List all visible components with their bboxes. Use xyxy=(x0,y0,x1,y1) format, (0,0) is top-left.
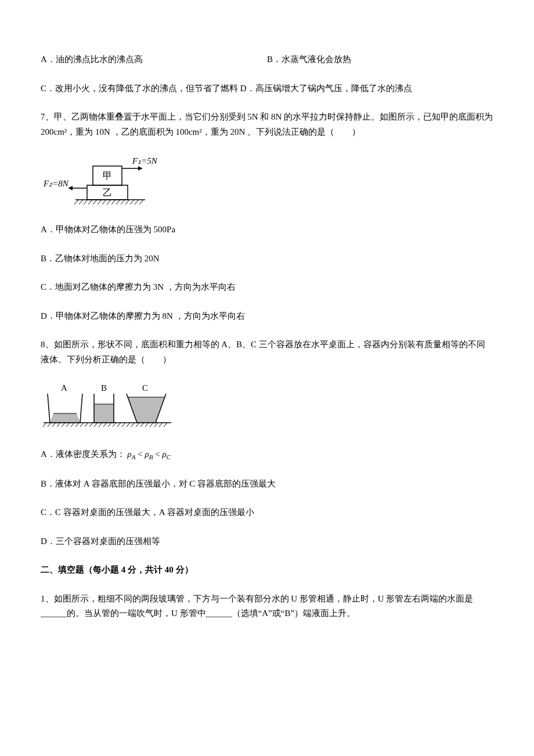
svg-line-4 xyxy=(88,200,92,204)
svg-line-5 xyxy=(93,200,97,204)
svg-marker-21 xyxy=(68,186,73,190)
svg-line-29 xyxy=(71,423,74,427)
q7-f1-label: F₁=5N xyxy=(132,156,158,165)
svg-line-2 xyxy=(79,200,83,204)
q6-option-a: A．油的沸点比水的沸点高 xyxy=(41,52,267,67)
svg-line-23 xyxy=(43,423,46,427)
svg-line-45 xyxy=(145,423,149,427)
svg-line-33 xyxy=(89,423,93,427)
svg-line-30 xyxy=(75,423,79,427)
svg-line-1 xyxy=(74,200,78,204)
q8-a-prefix: A．液体密度关系为： xyxy=(41,449,125,459)
q8-label-b: B xyxy=(101,383,107,393)
svg-line-36 xyxy=(103,423,107,427)
svg-line-32 xyxy=(85,423,88,427)
svg-line-28 xyxy=(66,423,70,427)
q7-box-jia: 甲 xyxy=(103,171,112,181)
q8-diagram-svg: A B C xyxy=(41,381,174,433)
svg-line-7 xyxy=(102,200,106,204)
svg-line-48 xyxy=(159,423,163,427)
svg-line-15 xyxy=(139,200,143,204)
svg-line-38 xyxy=(113,423,116,427)
rho-b: ρB xyxy=(145,449,153,459)
q6-options-row1: A．油的沸点比水的沸点高 B．水蒸气液化会放热 xyxy=(41,52,493,67)
rho-c: ρC xyxy=(162,449,171,459)
q8-option-d: D．三个容器对桌面的压强相等 xyxy=(41,534,493,549)
svg-line-11 xyxy=(121,200,125,204)
svg-line-6 xyxy=(98,200,102,204)
svg-line-12 xyxy=(125,200,129,204)
svg-marker-54 xyxy=(128,397,165,423)
lt2: < xyxy=(155,449,162,459)
q7-option-d: D．甲物体对乙物体的摩擦力为 8N ，方向为水平向右 xyxy=(41,309,493,324)
q7-option-c: C．地面对乙物体的摩擦力为 3N ，方向为水平向右 xyxy=(41,280,493,295)
q8-label-a: A xyxy=(61,383,67,393)
svg-line-42 xyxy=(131,423,135,427)
svg-line-25 xyxy=(52,423,56,427)
rho-a: ρA xyxy=(128,449,136,459)
svg-line-8 xyxy=(107,200,111,204)
q7-option-b: B．乙物体对地面的压力为 20N xyxy=(41,251,493,267)
svg-line-26 xyxy=(57,423,60,427)
svg-line-37 xyxy=(108,423,111,427)
q7-f2-label: F₂=8N xyxy=(43,179,69,188)
q7-stem: 7、甲、乙两物体重叠置于水平面上，当它们分别受到 5N 和 8N 的水平拉力时保… xyxy=(41,110,493,139)
svg-marker-19 xyxy=(138,166,142,171)
svg-line-46 xyxy=(150,423,153,427)
q7-figure: 乙 甲 F₁=5N F₂=8N xyxy=(41,153,493,208)
q8-label-c: C xyxy=(142,383,148,393)
q7-diagram-svg: 乙 甲 F₁=5N F₂=8N xyxy=(41,153,168,208)
svg-line-34 xyxy=(94,423,98,427)
svg-marker-50 xyxy=(50,413,80,423)
q8-option-a: A．液体密度关系为： ρA < ρB < ρC xyxy=(41,447,493,463)
svg-line-31 xyxy=(80,423,84,427)
q7-option-a: A．甲物体对乙物体的压强为 500Pa xyxy=(41,222,493,237)
svg-line-10 xyxy=(116,200,120,204)
svg-rect-52 xyxy=(94,404,114,423)
svg-line-47 xyxy=(154,423,158,427)
lt1: < xyxy=(138,449,145,459)
q8-stem: 8、如图所示，形状不同，底面积和重力相等的 A、B、C 三个容器放在水平桌面上，… xyxy=(41,337,493,367)
svg-line-40 xyxy=(122,423,125,427)
svg-line-27 xyxy=(62,423,65,427)
svg-line-49 xyxy=(164,423,167,427)
svg-line-39 xyxy=(117,423,121,427)
svg-line-41 xyxy=(127,423,130,427)
svg-line-35 xyxy=(99,423,102,427)
s2-q1: 1、如图所示，粗细不同的两段玻璃管，下方与一个装有部分水的 U 形管相通，静止时… xyxy=(41,592,493,621)
q6-option-b: B．水蒸气液化会放热 xyxy=(267,52,351,67)
q8-figure: A B C xyxy=(41,381,493,433)
q8-option-b: B．液体对 A 容器底部的压强最小，对 C 容器底部的压强最大 xyxy=(41,477,493,492)
svg-line-13 xyxy=(130,200,134,204)
svg-line-43 xyxy=(136,423,139,427)
q6-options-row2: C．改用小火，没有降低了水的沸点，但节省了燃料 D．高压锅增大了锅内气压，降低了… xyxy=(41,81,493,96)
q7-box-yi: 乙 xyxy=(103,188,112,197)
section-2-heading: 二、填空题（每小题 4 分，共计 40 分） xyxy=(41,563,493,578)
svg-line-24 xyxy=(48,423,51,427)
svg-line-14 xyxy=(135,200,139,204)
svg-line-9 xyxy=(111,200,116,204)
svg-line-3 xyxy=(84,200,88,204)
q8-option-c: C．C 容器对桌面的压强最大，A 容器对桌面的压强最小 xyxy=(41,505,493,520)
svg-line-44 xyxy=(140,423,144,427)
